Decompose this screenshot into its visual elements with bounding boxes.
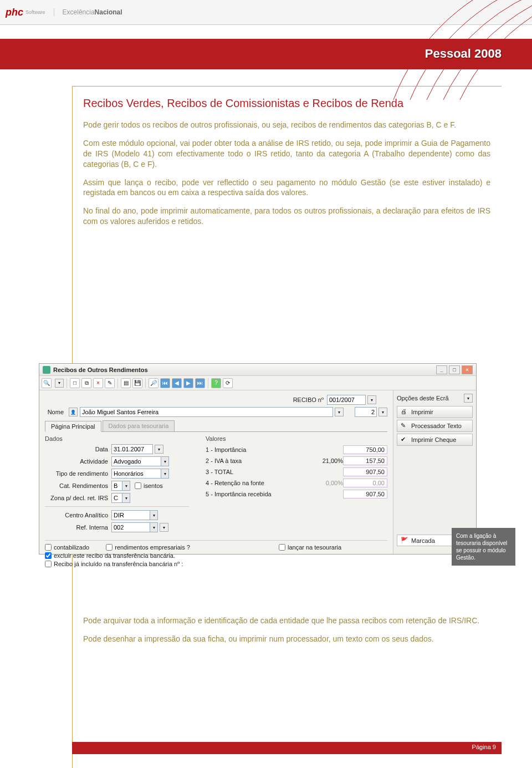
lookup-icon[interactable]: ▾: [160, 523, 168, 532]
chevron-down-icon[interactable]: ▾: [464, 394, 473, 403]
window-titlebar: Recibos de Outros Rendimentos _ □ ×: [39, 364, 476, 376]
value-row: 1 - Importância750,00: [206, 444, 387, 455]
chevron-down-icon[interactable]: ▾: [122, 481, 130, 491]
printer-icon: 🖨: [401, 408, 408, 416]
lookup-icon[interactable]: ▾: [378, 408, 387, 416]
document-content: Recibos Verdes, Recibos de Comissionista…: [83, 97, 490, 235]
calendar-icon[interactable]: ▾: [155, 445, 163, 454]
last-icon[interactable]: ⏭: [195, 378, 205, 388]
cheque-button[interactable]: ✔Imprimir Cheque: [397, 434, 473, 446]
value-row: 4 - Retenção na fonte0,00%0,00: [206, 477, 387, 489]
dropdown-icon[interactable]: ▾: [55, 379, 64, 388]
flag-icon: 🚩: [401, 537, 408, 544]
paragraph-4: No final do ano, pode imprimir automatic…: [83, 206, 490, 227]
maximize-button[interactable]: □: [449, 365, 460, 374]
centro-input[interactable]: [111, 510, 150, 520]
tabs: Página Principal Dados para tesouraria: [45, 420, 387, 432]
tab-principal[interactable]: Página Principal: [45, 421, 101, 432]
cheque-icon: ✔: [401, 436, 408, 444]
side-header: Opções deste Ecrã: [397, 395, 449, 401]
value-row: 3 - TOTAL907,50: [206, 466, 387, 477]
logo-main: phc: [6, 7, 23, 18]
tagline: ExcelênciaNacional: [54, 8, 122, 16]
refresh-icon[interactable]: ⟳: [223, 378, 233, 388]
valores-header: Valores: [206, 435, 387, 442]
section-heading: Recibos Verdes, Recibos de Comissionista…: [83, 97, 490, 110]
lower-content: Pode arquivar toda a informação e identi…: [83, 616, 490, 652]
lancar-checkbox[interactable]: [279, 544, 285, 551]
paragraph-5: Pode arquivar toda a informação e identi…: [83, 616, 490, 626]
ref-input[interactable]: [111, 522, 150, 532]
prev-icon[interactable]: ◀: [172, 378, 182, 388]
value-row: 5 - Importância recebida907,50: [206, 489, 387, 500]
incluido-checkbox[interactable]: [45, 561, 52, 567]
chevron-down-icon[interactable]: ▾: [150, 522, 158, 532]
toolbar: 🔍 ▾ □ ⧉ × ✎ ▤ 💾 🔎 ⏮ ◀ ▶ ⏭ ? ⟳: [39, 376, 476, 390]
text-icon: ✎: [401, 422, 408, 430]
app-window: Recibos de Outros Rendimentos _ □ × 🔍 ▾ …: [39, 363, 477, 555]
search-icon[interactable]: 🔍: [42, 378, 52, 388]
chevron-down-icon[interactable]: ▾: [122, 493, 130, 503]
imprimir-button[interactable]: 🖨Imprimir: [397, 406, 473, 418]
copy-icon[interactable]: ⧉: [81, 378, 91, 388]
tab-tesouraria[interactable]: Dados para tesouraria: [103, 420, 175, 431]
save-icon[interactable]: 💾: [132, 378, 142, 388]
nome-input[interactable]: [80, 407, 333, 417]
title-banner: Pessoal 2008: [0, 39, 532, 69]
data-label: Data: [45, 446, 111, 452]
first-icon[interactable]: ⏮: [160, 378, 170, 388]
cat-input[interactable]: [111, 481, 122, 491]
contabilizado-checkbox[interactable]: [45, 544, 52, 551]
close-button[interactable]: ×: [462, 365, 473, 374]
horizontal-rule: [72, 86, 502, 87]
person-icon[interactable]: 👤: [69, 408, 78, 416]
chevron-down-icon[interactable]: ▾: [161, 456, 169, 466]
app-icon: [43, 366, 50, 374]
dados-header: Dados: [45, 435, 189, 442]
value-row: 2 - IVA à taxa21,00%157,50: [206, 455, 387, 466]
logo-sub: Software: [25, 9, 45, 15]
chevron-down-icon[interactable]: ▾: [150, 510, 158, 520]
num-input[interactable]: [355, 407, 377, 417]
actividade-input[interactable]: [111, 456, 161, 466]
lookup-icon[interactable]: ▾: [367, 395, 376, 404]
paragraph-2: Com este módulo opcional, vai poder obte…: [83, 138, 490, 170]
next-icon[interactable]: ▶: [183, 378, 193, 388]
preview-icon[interactable]: 🔎: [149, 378, 158, 388]
window-controls: _ □ ×: [436, 365, 473, 374]
cat-label: Cat. Rendimentos: [45, 482, 111, 489]
chevron-down-icon[interactable]: ▾: [161, 469, 169, 479]
tipo-label: Tipo de rendimento: [45, 470, 111, 477]
lookup-icon[interactable]: ▾: [335, 408, 344, 416]
values-list: 1 - Importância750,002 - IVA à taxa21,00…: [206, 444, 387, 500]
paragraph-6: Pode desenhar a impressão da sua ficha, …: [83, 634, 490, 644]
footer-bar: Página 9: [72, 742, 502, 754]
tipo-input[interactable]: [111, 469, 161, 479]
recibo-label: RECIBO nº: [293, 396, 327, 403]
paragraph-1: Pode gerir todos os recibos de outros pr…: [83, 120, 490, 130]
list-icon[interactable]: ▤: [121, 378, 131, 388]
recibo-input[interactable]: [327, 395, 366, 405]
banner-title: Pessoal 2008: [425, 47, 502, 61]
form-area: RECIBO nº ▾ Nome 👤 ▾ ▾ Página Principal …: [39, 390, 393, 554]
callout-box: Com a ligação à tesouraria disponível se…: [452, 528, 515, 566]
data-input[interactable]: [111, 444, 153, 454]
help-icon[interactable]: ?: [211, 378, 221, 388]
page-number: Página 9: [472, 744, 496, 750]
new-icon[interactable]: □: [70, 378, 80, 388]
zona-label: Zona p/ decl. ret. IRS: [45, 495, 111, 501]
rendimentos-checkbox[interactable]: [106, 544, 112, 551]
centro-label: Centro Analítico: [45, 512, 111, 518]
window-title: Recibos de Outros Rendimentos: [53, 367, 148, 373]
nome-label: Nome: [45, 409, 67, 415]
minimize-button[interactable]: _: [436, 365, 447, 374]
isentos-checkbox[interactable]: [135, 482, 141, 489]
processador-button[interactable]: ✎Processador Texto: [397, 420, 473, 432]
actividade-label: Actividade: [45, 458, 111, 465]
excluir-checkbox[interactable]: [45, 552, 52, 559]
delete-icon[interactable]: ×: [93, 378, 103, 388]
isentos-label: isentos: [144, 482, 163, 489]
zona-input[interactable]: [111, 493, 122, 503]
edit-icon[interactable]: ✎: [105, 378, 115, 388]
app-header: phc Software ExcelênciaNacional: [0, 0, 532, 25]
